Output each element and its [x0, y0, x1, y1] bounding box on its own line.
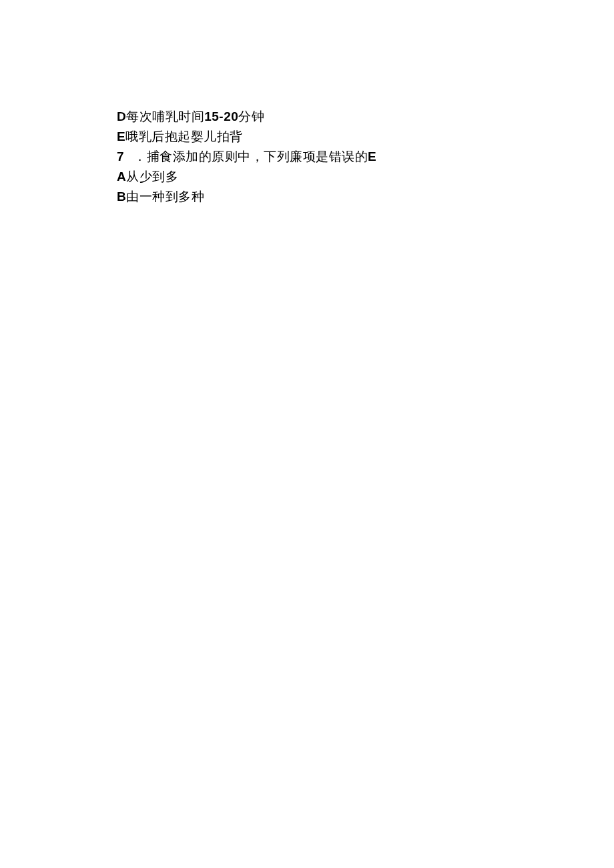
option-d-prefix: D [117, 109, 126, 123]
option-a-prefix: A [117, 169, 126, 183]
question-7-number: 7 [117, 147, 124, 167]
option-d-number: 15-20 [204, 109, 238, 123]
option-b-prefix: B [117, 189, 126, 203]
option-e: E哦乳后抱起婴儿拍背 [117, 127, 614, 147]
option-e-prefix: E [117, 129, 125, 143]
question-7-dot: ． [133, 149, 147, 163]
question-7-text: 捕食添加的原则中，下列廉项是错误的 [147, 149, 368, 163]
question-7: 7．捕食添加的原则中，下列廉项是错误的E [117, 147, 614, 167]
question-7-answer: E [368, 149, 376, 163]
option-a: A从少到多 [117, 167, 614, 187]
option-a-text: 从少到多 [126, 169, 178, 183]
option-e-text: 哦乳后抱起婴儿拍背 [125, 129, 243, 143]
option-b: B由一种到多种 [117, 187, 614, 207]
option-d-text1: 每次哺乳时间 [126, 109, 204, 123]
option-d-text2: 分钟 [238, 109, 264, 123]
option-d: D每次哺乳时间15-20分钟 [117, 107, 614, 127]
option-b-text: 由一种到多种 [126, 189, 204, 203]
